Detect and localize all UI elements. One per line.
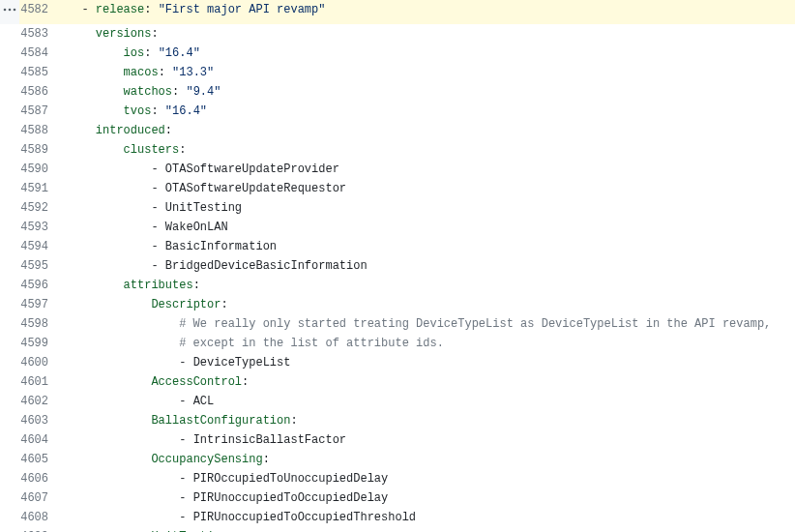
code-line: 4587 tvos: "16.4"	[0, 102, 795, 121]
code-token: OTASoftwareUpdateProvider	[165, 163, 339, 176]
code-token: :	[193, 279, 200, 292]
code-content: AccessControl:	[58, 372, 795, 392]
code-token: # except in the list of attribute ids.	[179, 337, 444, 350]
line-number[interactable]: 4590	[19, 160, 58, 179]
line-number[interactable]: 4585	[19, 63, 58, 82]
code-content: # We really only started treating Device…	[58, 314, 795, 334]
code-content: versions:	[58, 24, 795, 44]
code-token: -	[151, 163, 164, 176]
line-number[interactable]: 4596	[19, 276, 58, 295]
line-number[interactable]: 4604	[19, 430, 58, 450]
code-token: WakeOnLAN	[165, 221, 228, 234]
code-line: 4596 attributes:	[0, 276, 795, 295]
code-line: 4590 - OTASoftwareUpdateProvider	[0, 160, 795, 179]
code-content: Descriptor:	[58, 295, 795, 314]
code-token: :	[151, 27, 158, 41]
code-token: -	[151, 182, 164, 195]
code-token: ios	[124, 46, 145, 60]
code-token: -	[151, 259, 164, 273]
code-line: 4601 AccessControl:	[0, 372, 795, 392]
line-number[interactable]: 4586	[19, 82, 58, 102]
code-content: attributes:	[58, 276, 795, 295]
code-line: 4589 clusters:	[0, 140, 795, 160]
line-number[interactable]: 4609	[19, 527, 58, 532]
code-token: DeviceTypeList	[193, 356, 291, 369]
code-token: ACL	[193, 395, 215, 408]
line-number[interactable]: 4603	[19, 411, 58, 430]
code-token: :	[159, 66, 172, 79]
expand-cell	[0, 0, 19, 24]
code-content: - PIRUnoccupiedToOccupiedDelay	[58, 488, 795, 508]
line-number[interactable]: 4602	[19, 392, 58, 411]
line-number[interactable]: 4597	[19, 295, 58, 314]
code-line: 4602 - ACL	[0, 392, 795, 411]
code-line: 4583 versions:	[0, 24, 795, 44]
code-token: -	[179, 511, 192, 524]
code-line: 4605 OccupancySensing:	[0, 450, 795, 469]
code-content: - BasicInformation	[58, 237, 795, 256]
code-content: OccupancySensing:	[58, 450, 795, 469]
code-listing: 4582 - release: "First major API revamp"…	[0, 0, 795, 532]
line-number[interactable]: 4589	[19, 140, 58, 160]
line-number[interactable]: 4588	[19, 121, 58, 140]
line-number[interactable]: 4582	[19, 0, 58, 19]
svg-point-1	[9, 9, 12, 12]
line-number[interactable]: 4605	[19, 450, 58, 469]
code-token: Descriptor	[151, 298, 221, 311]
code-token: BridgedDeviceBasicInformation	[165, 259, 368, 273]
code-content: clusters:	[58, 140, 795, 160]
code-token: macos	[124, 66, 159, 79]
code-token: IntrinsicBallastFactor	[193, 433, 346, 447]
code-token: "16.4"	[159, 46, 200, 60]
line-number[interactable]: 4601	[19, 372, 58, 392]
line-number[interactable]: 4584	[19, 44, 58, 63]
line-number[interactable]: 4583	[19, 24, 58, 44]
code-content: introduced:	[58, 121, 795, 140]
code-content: - OTASoftwareUpdateRequestor	[58, 179, 795, 198]
line-number[interactable]: 4591	[19, 179, 58, 198]
line-number[interactable]: 4592	[19, 198, 58, 218]
code-line: 4585 macos: "13.3"	[0, 63, 795, 82]
code-token: OccupancySensing	[151, 453, 262, 466]
line-number[interactable]: 4598	[19, 314, 58, 334]
line-number[interactable]: 4594	[19, 237, 58, 256]
code-token: PIRUnoccupiedToOccupiedThreshold	[193, 511, 416, 524]
code-line: 4586 watchos: "9.4"	[0, 82, 795, 102]
line-number[interactable]: 4606	[19, 469, 58, 488]
code-line: 4606 - PIROccupiedToUnoccupiedDelay	[0, 469, 795, 488]
code-line: 4592 - UnitTesting	[0, 198, 795, 218]
code-content: tvos: "16.4"	[58, 102, 795, 121]
line-number[interactable]: 4608	[19, 508, 58, 527]
expand-dots-icon[interactable]	[0, 0, 19, 19]
code-token: tvos	[124, 104, 152, 118]
code-token: versions	[96, 27, 152, 41]
line-number[interactable]: 4599	[19, 334, 58, 353]
code-token: PIRUnoccupiedToOccupiedDelay	[193, 491, 389, 505]
code-line: 4604 - IntrinsicBallastFactor	[0, 430, 795, 450]
code-content: watchos: "9.4"	[58, 82, 795, 102]
code-line: 4600 - DeviceTypeList	[0, 353, 795, 372]
line-number[interactable]: 4593	[19, 218, 58, 237]
code-token: -	[81, 3, 95, 16]
line-number[interactable]: 4587	[19, 102, 58, 121]
line-number[interactable]: 4600	[19, 353, 58, 372]
code-line: 4609 UnitTesting:	[0, 527, 795, 532]
code-content: BallastConfiguration:	[58, 411, 795, 430]
code-token: :	[263, 453, 270, 466]
code-token: -	[179, 433, 192, 447]
code-token: :	[290, 414, 297, 428]
code-token: :	[172, 85, 186, 99]
code-content: - release: "First major API revamp"	[58, 0, 795, 19]
code-token: # We really only started treating Device…	[179, 317, 771, 331]
code-content: - WakeOnLAN	[58, 218, 795, 237]
code-line: 4584 ios: "16.4"	[0, 44, 795, 63]
line-number[interactable]: 4595	[19, 256, 58, 276]
code-content: - PIROccupiedToUnoccupiedDelay	[58, 469, 795, 488]
code-token: "9.4"	[186, 85, 221, 99]
line-number[interactable]: 4607	[19, 488, 58, 508]
code-line: 4608 - PIRUnoccupiedToOccupiedThreshold	[0, 508, 795, 527]
code-token: PIROccupiedToUnoccupiedDelay	[193, 472, 389, 486]
code-line: 4591 - OTASoftwareUpdateRequestor	[0, 179, 795, 198]
code-line: 4597 Descriptor:	[0, 295, 795, 314]
code-token: attributes	[124, 279, 193, 292]
